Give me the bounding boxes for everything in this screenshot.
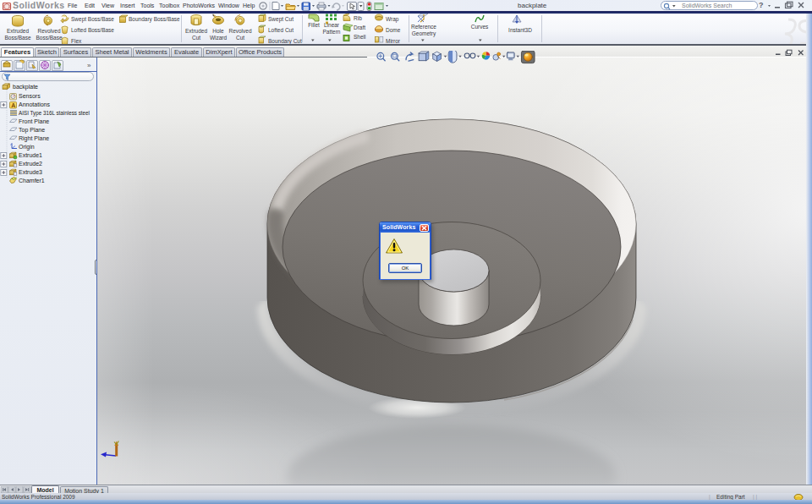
svg-text:A: A <box>11 102 15 108</box>
